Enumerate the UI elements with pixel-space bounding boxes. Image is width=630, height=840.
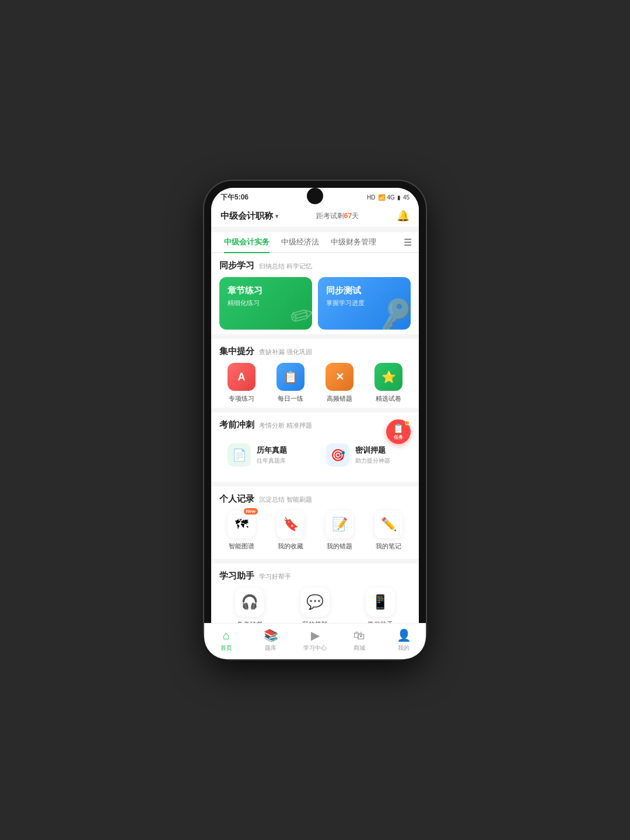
personal-records-subtitle: 沉淀总结 智能刷题 bbox=[259, 495, 312, 504]
intensive-training-sub: 助力提分神器 bbox=[355, 457, 390, 465]
battery-level: 45 bbox=[403, 194, 410, 201]
past-papers-title: 历年真题 bbox=[257, 445, 287, 456]
my-collection-item[interactable]: 🔖 我的收藏 bbox=[268, 510, 313, 551]
nav-shop[interactable]: 🛍 商城 bbox=[337, 629, 382, 652]
intensive-training-title: 密训押题 bbox=[355, 445, 390, 456]
daily-practice-item[interactable]: 📋 每日一练 bbox=[268, 363, 313, 403]
task-icon: 📋 bbox=[393, 423, 404, 434]
my-errors-label: 我的错题 bbox=[327, 542, 352, 551]
my-collection-icon-box: 🔖 bbox=[276, 510, 304, 538]
nav-learning-center[interactable]: ▶ 学习中心 bbox=[293, 628, 337, 652]
helper-title: 学习助手 bbox=[219, 570, 254, 582]
past-papers-item[interactable]: 📄 历年真题 往年真题库 bbox=[219, 436, 312, 474]
special-practice-item[interactable]: A 专项练习 bbox=[219, 363, 264, 403]
selected-papers-item[interactable]: ⭐ 精选试卷 bbox=[366, 363, 411, 403]
task-notification-dot bbox=[405, 421, 410, 425]
nav-home-label: 首页 bbox=[220, 644, 232, 652]
my-collection-label: 我的收藏 bbox=[278, 542, 303, 551]
exam-items-grid: 📄 历年真题 往年真题库 🎯 密训押题 助力提分神器 bbox=[219, 436, 411, 474]
selected-papers-label: 精选试卷 bbox=[376, 394, 401, 403]
smart-map-icon-box: 🗺 New bbox=[228, 510, 256, 538]
scroll-content: 同步学习 归纳总结 科学记忆 章节练习 精细化练习 ✏ 同步测试 掌握学习进度 … bbox=[211, 253, 419, 652]
nav-shop-label: 商城 bbox=[354, 644, 365, 652]
focus-subtitle: 查缺补漏 强化巩固 bbox=[259, 348, 312, 356]
exam-countdown: 距考试剩67天 bbox=[316, 211, 359, 221]
high-freq-errors-label: 高频错题 bbox=[327, 394, 352, 403]
exam-sprint-section: 考前冲刺 考情分析 精准押题 📄 历年真题 往年真题库 bbox=[211, 412, 419, 482]
personal-records-title: 个人记录 bbox=[219, 494, 254, 505]
status-icons: HD 📶 4G ▮ 45 bbox=[367, 194, 410, 201]
past-papers-text: 历年真题 往年真题库 bbox=[257, 445, 287, 465]
nav-profile-label: 我的 bbox=[398, 644, 410, 652]
notification-bell-icon[interactable]: 🔔 bbox=[397, 209, 410, 222]
nav-question-bank[interactable]: 📚 题库 bbox=[249, 628, 293, 652]
bottom-nav: ⌂ 首页 📚 题库 ▶ 学习中心 🛍 商城 👤 我的 bbox=[211, 623, 419, 652]
special-practice-icon: A bbox=[228, 363, 256, 391]
nav-qbank-label: 题库 bbox=[265, 644, 276, 652]
special-practice-label: 专项练习 bbox=[229, 394, 254, 403]
app-title: 中级会计职称 bbox=[220, 211, 273, 222]
sync-learning-header: 同步学习 归纳总结 科学记忆 bbox=[219, 260, 411, 271]
smart-map-item[interactable]: 🗺 New 智能图谱 bbox=[219, 510, 264, 551]
my-errors-item[interactable]: 📝 我的错题 bbox=[317, 510, 362, 551]
my-notes-label: 我的笔记 bbox=[376, 542, 401, 551]
my-notes-icon-box: ✏️ bbox=[374, 510, 402, 538]
exam-secretary-icon: 🎧 bbox=[235, 587, 264, 617]
focus-title: 集中提分 bbox=[219, 346, 254, 357]
subject-tabs: 中级会计实务 中级经济法 中级财务管理 ☰ bbox=[211, 232, 419, 253]
selected-papers-icon: ⭐ bbox=[374, 363, 402, 391]
task-floating-button[interactable]: 📋 任务 bbox=[386, 419, 411, 444]
tabs-menu-icon[interactable]: ☰ bbox=[404, 237, 412, 248]
sync-test-title: 同步测试 bbox=[326, 285, 402, 296]
smart-map-label: 智能图谱 bbox=[229, 542, 254, 551]
tab-accounting-practice[interactable]: 中级会计实务 bbox=[218, 232, 275, 252]
network-icon: HD bbox=[367, 194, 375, 201]
question-bank-icon: 📚 bbox=[264, 628, 278, 642]
new-badge: New bbox=[244, 508, 258, 514]
past-papers-icon: 📄 bbox=[228, 443, 251, 467]
my-notes-item[interactable]: ✏️ 我的笔记 bbox=[366, 510, 411, 551]
header-title-group[interactable]: 中级会计职称 ▾ bbox=[220, 211, 278, 222]
profile-icon: 👤 bbox=[397, 628, 411, 642]
chevron-down-icon: ▾ bbox=[275, 213, 278, 219]
chapter-practice-title: 章节练习 bbox=[228, 285, 304, 296]
personal-records-section: 个人记录 沉淀总结 智能刷题 🗺 New 智能图谱 🔖 bbox=[211, 487, 419, 559]
exam-sprint-header: 考前冲刺 考情分析 精准押题 bbox=[219, 419, 411, 430]
chapter-practice-card[interactable]: 章节练习 精细化练习 ✏ bbox=[219, 277, 312, 330]
task-label: 任务 bbox=[394, 434, 403, 440]
app-header: 中级会计职称 ▾ 距考试剩67天 🔔 bbox=[211, 205, 419, 228]
nav-profile[interactable]: 👤 我的 bbox=[382, 628, 419, 652]
exam-sprint-subtitle: 考情分析 精准押题 bbox=[259, 421, 312, 430]
network2-icon: 4G bbox=[387, 194, 395, 201]
study-assistant-icon: 📱 bbox=[366, 587, 395, 617]
high-freq-errors-icon: ✕ bbox=[326, 363, 354, 391]
intensive-training-text: 密训押题 助力提分神器 bbox=[355, 445, 390, 465]
status-time: 下午5:06 bbox=[220, 192, 249, 202]
nav-learning-label: 学习中心 bbox=[303, 644, 327, 652]
focus-icon-grid: A 专项练习 📋 每日一练 ✕ 高频错题 bbox=[219, 363, 411, 403]
my-errors-icon-box: 📝 bbox=[326, 510, 354, 538]
past-papers-sub: 往年真题库 bbox=[257, 457, 287, 465]
focus-header: 集中提分 查缺补漏 强化巩固 bbox=[219, 346, 411, 357]
helper-header: 学习助手 学习好帮手 bbox=[219, 570, 411, 582]
intensive-training-icon: 🎯 bbox=[326, 443, 349, 467]
personal-records-grid: 🗺 New 智能图谱 🔖 我的收藏 📝 bbox=[219, 510, 411, 551]
exam-sprint-title: 考前冲刺 bbox=[219, 419, 254, 430]
daily-practice-icon: 📋 bbox=[276, 363, 304, 391]
high-freq-errors-item[interactable]: ✕ 高频错题 bbox=[317, 363, 362, 403]
signal-icon: 📶 bbox=[378, 194, 385, 201]
helper-subtitle: 学习好帮手 bbox=[259, 572, 291, 581]
sync-test-card[interactable]: 同步测试 掌握学习进度 🔑 bbox=[318, 277, 411, 330]
home-icon: ⌂ bbox=[223, 629, 230, 642]
learning-center-icon: ▶ bbox=[311, 628, 320, 642]
nav-home[interactable]: ⌂ 首页 bbox=[211, 629, 249, 652]
card-pencil-icon: ✏ bbox=[286, 296, 312, 330]
battery-icon: ▮ bbox=[397, 194, 401, 201]
focus-section: 集中提分 查缺补漏 强化巩固 A 专项练习 📋 每日一练 bbox=[211, 339, 419, 408]
tab-economic-law[interactable]: 中级经济法 bbox=[275, 232, 325, 252]
personal-records-header: 个人记录 沉淀总结 智能刷题 bbox=[219, 494, 411, 505]
my-qa-icon: 💬 bbox=[300, 587, 330, 617]
shop-icon: 🛍 bbox=[354, 629, 365, 642]
sync-learning-title: 同步学习 bbox=[219, 260, 254, 271]
tab-financial-management[interactable]: 中级财务管理 bbox=[325, 232, 382, 252]
